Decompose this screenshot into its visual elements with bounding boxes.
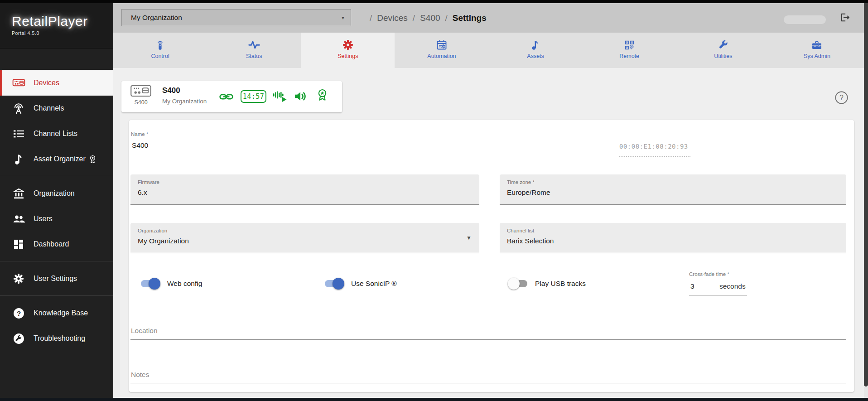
main-content: S400 S400 My Organization 14:57 ? Name *… [113, 68, 864, 398]
link-icon [219, 92, 233, 101]
sidebar-item-user-settings[interactable]: User Settings [0, 266, 113, 291]
sidebar-item-dashboard[interactable]: Dashboard [0, 232, 113, 257]
brand-version: Portal 4.5.0 [12, 30, 113, 36]
tab-automation[interactable]: Automation [395, 33, 488, 68]
tab-label: Automation [427, 53, 456, 59]
channel-list-field[interactable]: Channel list Barix Selection [500, 223, 846, 253]
firmware-field: Firmware 6.x [130, 174, 479, 205]
ribbon-badge-icon [317, 89, 328, 101]
tab-sys-admin[interactable]: Sys Admin [770, 33, 864, 68]
name-input-underline [130, 157, 603, 157]
play-usb-tracks-toggle[interactable]: Play USB tracks [508, 278, 586, 290]
device-type-label: S400 [127, 99, 154, 106]
organization-select[interactable]: My Organization ▾ [121, 9, 351, 26]
name-input[interactable]: S400 [132, 141, 148, 150]
toggle-switch[interactable] [324, 278, 344, 290]
toggle-switch[interactable] [140, 278, 160, 290]
qr-code-icon [624, 39, 635, 51]
sidebar-item-label: Devices [34, 79, 59, 87]
sidebar-item-asset-organizer[interactable]: Asset Organizer [0, 146, 113, 172]
question-circle-icon: ? [11, 306, 26, 320]
device-clock-chip: 14:57 [241, 90, 266, 103]
tab-assets[interactable]: Assets [489, 33, 583, 68]
gear-icon [342, 39, 353, 51]
tab-status[interactable]: Status [207, 33, 301, 68]
gear-icon [11, 271, 26, 286]
sidebar-item-label: Organization [34, 189, 75, 198]
sidebar-item-label: Dashboard [34, 240, 69, 248]
sidebar-item-troubleshooting[interactable]: Troubleshooting [0, 326, 113, 351]
scrollbar-thumb[interactable] [864, 3, 868, 387]
web-config-toggle[interactable]: Web config [140, 278, 202, 290]
organization-dropdown[interactable]: Organization My Organization ▼ [130, 223, 479, 253]
timezone-field[interactable]: Time zone * Europe/Rome [500, 174, 846, 205]
organization-label: Organization [138, 228, 472, 233]
logout-button[interactable] [837, 12, 851, 24]
window-bottom-strip [0, 398, 868, 401]
tab-label: Sys Admin [804, 53, 830, 59]
tab-label: Utilities [714, 53, 732, 59]
organization-select-value: My Organization [131, 14, 342, 22]
music-note-icon [531, 39, 540, 51]
logout-icon [838, 12, 850, 25]
device-summary-card[interactable]: S400 S400 My Organization 14:57 [121, 81, 342, 112]
location-underline [130, 339, 846, 340]
brand-block: RetailPlayer Portal 4.5.0 [0, 0, 113, 48]
bank-icon [11, 186, 26, 201]
sidebar-item-organization[interactable]: Organization [0, 181, 113, 206]
sidebar-item-channel-lists[interactable]: Channel Lists [0, 121, 113, 146]
chevron-down-icon: ▼ [466, 235, 472, 241]
device-settings-form: Name * S400 00:08:E1:08:20:93 Firmware 6… [129, 120, 854, 392]
use-sonicip-toggle[interactable]: Use SonicIP ® [324, 278, 397, 290]
brand-title: RetailPlayer [12, 14, 113, 29]
tab-label: Control [151, 53, 169, 59]
broadcast-icon [11, 101, 26, 116]
vertical-scrollbar[interactable] [864, 3, 868, 398]
timezone-label: Time zone * [507, 179, 839, 185]
help-button[interactable]: ? [834, 91, 849, 105]
pulse-icon [248, 39, 260, 51]
tab-remote[interactable]: Remote [583, 33, 676, 68]
speaker-icon [294, 91, 306, 102]
sidebar-nav: Devices Channels Channel Lists Asset Org… [0, 70, 113, 351]
toggle-label: Use SonicIP ® [351, 280, 397, 288]
ribbon-badge-icon [89, 155, 96, 164]
breadcrumb-separator: / [413, 13, 415, 23]
chevron-down-icon: ▾ [342, 14, 344, 21]
crossfade-label: Cross-fade time * [689, 271, 729, 277]
notes-input[interactable]: Notes [131, 371, 149, 379]
tab-utilities[interactable]: Utilities [676, 33, 770, 68]
toggle-label: Play USB tracks [535, 280, 586, 288]
breadcrumb-device-name[interactable]: S400 [420, 13, 440, 23]
music-note-icon [11, 152, 26, 166]
remote-control-icon [155, 39, 165, 51]
svg-text:?: ? [16, 309, 20, 317]
tab-label: Status [246, 53, 262, 59]
breadcrumb: / Devices / S400 / Settings [370, 3, 487, 33]
location-input[interactable]: Location [131, 327, 158, 335]
user-badge[interactable] [784, 15, 826, 24]
sidebar-item-users[interactable]: Users [0, 206, 113, 232]
crossfade-input[interactable]: 3 [690, 282, 694, 290]
firmware-label: Firmware [138, 179, 472, 185]
toolbox-icon [811, 39, 822, 51]
sidebar-item-label: Knowledge Base [34, 309, 88, 317]
sidebar-item-channels[interactable]: Channels [0, 96, 113, 121]
toggle-switch[interactable] [508, 278, 528, 290]
player-device-icon [130, 91, 152, 99]
wrench-circle-icon [11, 331, 26, 346]
window-top-strip [0, 0, 868, 3]
tab-settings[interactable]: Settings [301, 33, 395, 68]
list-icon [11, 126, 26, 141]
sidebar-item-label: Troubleshooting [34, 334, 85, 343]
notes-underline [130, 383, 846, 383]
wrench-icon [718, 39, 728, 51]
breadcrumb-devices[interactable]: Devices [377, 13, 408, 23]
tab-label: Settings [338, 53, 358, 59]
sidebar-item-devices[interactable]: Devices [0, 70, 113, 96]
organization-value: My Organization [138, 237, 472, 245]
tab-control[interactable]: Control [113, 33, 207, 68]
sidebar: RetailPlayer Portal 4.5.0 Devices Channe… [0, 0, 113, 401]
sidebar-item-knowledge-base[interactable]: ? Knowledge Base [0, 300, 113, 326]
tab-label: Remote [619, 53, 639, 59]
